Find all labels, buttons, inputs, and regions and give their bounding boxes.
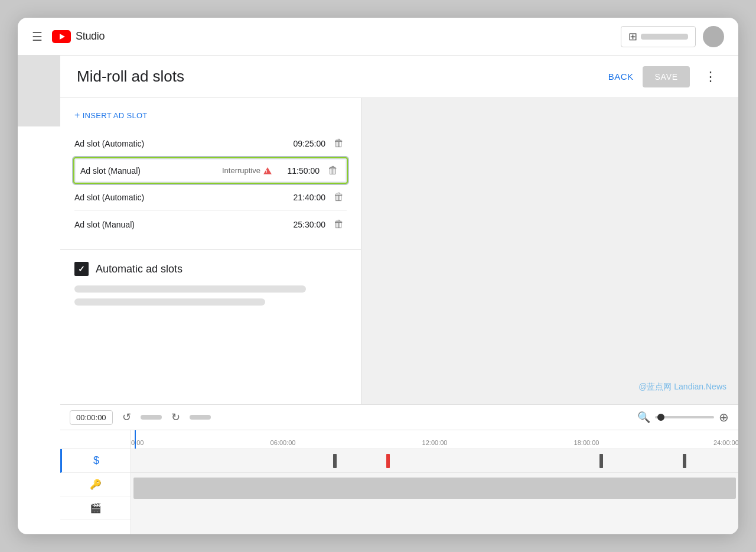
timeline-ruler: 00:00:00 06:00:00 12:00:00 18:00:00 24:0…	[131, 430, 738, 449]
zoom-out-icon[interactable]: 🔍	[637, 411, 650, 424]
ruler-spacer	[60, 430, 131, 449]
ad-slot-time: 25:30:00	[285, 220, 325, 229]
ad-slot-row[interactable]: Ad slot (Automatic) 09:25:00 🗑	[74, 130, 347, 157]
time-display: 00:00:00	[70, 410, 113, 425]
undo-button[interactable]: ↺	[119, 410, 135, 425]
skeleton-line-1	[74, 285, 306, 293]
insert-ad-slot-label: INSERT AD SLOT	[83, 111, 148, 120]
delete-icon[interactable]: 🗑	[331, 190, 347, 204]
empty-track	[131, 499, 738, 520]
plus-icon: +	[74, 110, 80, 121]
ad-slot-label: Ad slot (Manual)	[74, 220, 285, 229]
ruler-tick-1: 06:00:00	[271, 439, 296, 446]
hamburger-icon[interactable]: ☰	[32, 30, 43, 44]
ad-slot-row[interactable]: Ad slot (Automatic) 21:40:00 🗑	[74, 184, 347, 211]
ad-marker-3[interactable]	[599, 454, 603, 468]
insert-ad-slot-button[interactable]: + INSERT AD SLOT	[74, 110, 148, 121]
redo-bar	[190, 415, 211, 420]
create-button[interactable]: ⊞	[621, 26, 696, 47]
screen: ☰ Studio ⊞ Mid-roll	[18, 18, 738, 534]
watermark: @蓝点网 Landian.News	[638, 382, 726, 392]
save-button[interactable]: SAVE	[643, 66, 690, 87]
ad-marker-4[interactable]	[683, 454, 686, 468]
create-btn-bar	[641, 34, 688, 40]
create-icon: ⊞	[628, 30, 637, 43]
content-area: Mid-roll ad slots BACK SAVE ⋮ + INSERT A…	[60, 56, 738, 534]
ad-slots-section: + INSERT AD SLOT Ad slot (Automatic) 09:…	[60, 98, 361, 250]
sidebar	[18, 56, 60, 534]
tracks-body	[131, 449, 738, 534]
zoom-in-icon[interactable]: ⊕	[719, 410, 729, 424]
ad-markers-track	[131, 449, 738, 473]
ad-slot-label: Ad slot (Automatic)	[74, 139, 285, 148]
right-panel: @蓝点网 Landian.News	[361, 98, 738, 404]
ruler-tick-4: 24:00:00	[713, 439, 738, 446]
zoom-slider-thumb	[657, 414, 664, 421]
warning-triangle-shape	[263, 167, 272, 174]
track-labels: $ 🔑 🎬	[60, 430, 131, 534]
ad-slot-row-selected[interactable]: Ad slot (Manual) Interruptive 11:50:00 🗑	[73, 157, 348, 184]
sidebar-thumbnail	[18, 56, 60, 126]
ad-slot-time: 11:50:00	[279, 166, 320, 176]
studio-label: Studio	[76, 30, 105, 43]
delete-icon[interactable]: 🗑	[325, 163, 341, 178]
top-bar-actions: BACK SAVE ⋮	[608, 66, 722, 87]
ad-marker-1[interactable]	[333, 454, 337, 468]
ad-marker-2-red[interactable]	[386, 454, 390, 468]
ruler-tick-2: 12:00:00	[422, 439, 448, 446]
ad-slot-time: 09:25:00	[285, 139, 325, 148]
auto-slots-checkbox[interactable]	[74, 262, 89, 276]
timeline-area: 00:00:00 ↺ ↻ 🔍 ⊕	[60, 404, 738, 534]
ad-slot-warning: Interruptive	[222, 166, 272, 176]
playhead[interactable]	[135, 430, 136, 449]
left-panel: + INSERT AD SLOT Ad slot (Automatic) 09:…	[60, 98, 361, 404]
zoom-slider[interactable]	[655, 416, 714, 418]
redo-button[interactable]: ↻	[168, 410, 184, 425]
track-gap-1	[131, 473, 738, 478]
timeline-tracks: $ 🔑 🎬 00:00:00 06:00:00 12:00:00	[60, 430, 738, 534]
page-title: Mid-roll ad slots	[77, 67, 608, 86]
skeleton-line-2	[74, 298, 265, 306]
ad-slot-time: 21:40:00	[285, 193, 325, 202]
ruler-tick-0: 00:00:00	[131, 439, 144, 446]
back-button[interactable]: BACK	[608, 72, 634, 82]
youtube-logo-icon	[52, 30, 71, 43]
track-ruler-area: 00:00:00 06:00:00 12:00:00 18:00:00 24:0…	[131, 430, 738, 534]
auto-slots-header: Automatic ad slots	[74, 262, 347, 276]
panels: + INSERT AD SLOT Ad slot (Automatic) 09:…	[60, 98, 738, 404]
ad-slot-row[interactable]: Ad slot (Manual) 25:30:00 🗑	[74, 211, 347, 238]
video-track	[133, 478, 736, 499]
ad-slot-label: Ad slot (Manual)	[80, 166, 222, 176]
delete-icon[interactable]: 🗑	[331, 136, 347, 151]
undo-bar	[141, 415, 162, 420]
header: ☰ Studio ⊞	[18, 18, 738, 56]
header-right: ⊞	[621, 26, 724, 47]
main-layout: Mid-roll ad slots BACK SAVE ⋮ + INSERT A…	[18, 56, 738, 534]
ruler-tick-3: 18:00:00	[574, 439, 599, 446]
timeline-right-controls: 🔍 ⊕	[217, 410, 729, 424]
header-left: ☰ Studio	[32, 30, 621, 44]
delete-icon[interactable]: 🗑	[331, 217, 347, 232]
ad-slot-label: Ad slot (Automatic)	[74, 193, 285, 202]
track-label-video[interactable]: 🎬	[60, 496, 131, 520]
track-label-ad[interactable]: $	[60, 449, 131, 473]
auto-slots-section: Automatic ad slots	[60, 250, 361, 323]
timeline-controls: 00:00:00 ↺ ↻ 🔍 ⊕	[60, 405, 738, 430]
auto-slots-title: Automatic ad slots	[96, 263, 183, 275]
avatar[interactable]	[703, 26, 724, 47]
more-options-button[interactable]: ⋮	[699, 67, 722, 87]
track-label-key[interactable]: 🔑	[60, 473, 131, 496]
top-bar: Mid-roll ad slots BACK SAVE ⋮	[60, 56, 738, 98]
warning-triangle-icon	[263, 166, 272, 176]
logo-area: Studio	[52, 30, 105, 43]
